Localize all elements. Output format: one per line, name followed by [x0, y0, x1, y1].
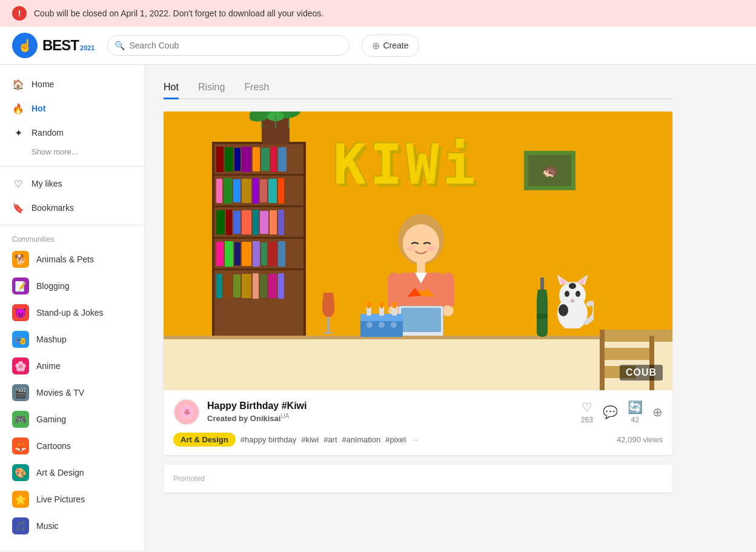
creator-badge: UA — [280, 413, 289, 419]
create-label: Create — [383, 41, 409, 50]
book — [216, 179, 222, 203]
video-tags: Art & Design #happy birthday #kiwi #art … — [173, 433, 663, 447]
book — [268, 242, 277, 266]
video-thumbnail[interactable]: 🦔 KIWi — [164, 111, 672, 390]
sidebar-divider-1 — [0, 166, 145, 167]
random-icon: ✦ — [12, 127, 24, 139]
author-avatar[interactable]: 🌸 — [173, 399, 200, 425]
creator-name[interactable]: Onikisai — [250, 414, 281, 424]
tab-hot[interactable]: Hot — [164, 77, 179, 99]
book — [260, 179, 267, 202]
create-button[interactable]: ⊕ Create — [362, 35, 419, 57]
tag-kiwi[interactable]: #kiwi — [301, 435, 319, 444]
table — [164, 336, 672, 390]
show-more[interactable]: Show more... — [0, 145, 145, 161]
like-button[interactable]: ♡ 263 — [581, 400, 593, 424]
alert-icon: ! — [12, 6, 27, 21]
recoub-button[interactable]: 🔄 42 — [628, 400, 643, 424]
comment-button[interactable]: 💬 — [603, 405, 618, 419]
bookshelf — [212, 142, 306, 366]
artdesign-avatar: 🎨 — [12, 464, 29, 481]
birthday-cake — [357, 302, 406, 341]
svg-rect-11 — [417, 262, 425, 274]
svg-rect-53 — [600, 330, 605, 390]
sidebar-item-anime[interactable]: 🌸 Anime — [0, 353, 145, 379]
sidebar-item-likes[interactable]: ♡ My likes — [0, 171, 145, 196]
book — [253, 241, 260, 267]
svg-point-33 — [559, 304, 568, 316]
logo-icon: ☝ — [12, 33, 38, 58]
svg-rect-35 — [540, 278, 544, 290]
sidebar-item-animals[interactable]: 🐕 Animals & Pets — [0, 246, 145, 273]
create-plus-icon: ⊕ — [372, 40, 380, 52]
svg-point-34 — [569, 283, 576, 289]
sidebar-item-cartoons[interactable]: 🦊 Cartoons — [0, 433, 145, 459]
wine-glass — [321, 290, 336, 341]
picture-frame: 🦔 — [524, 151, 575, 190]
svg-rect-37 — [327, 317, 330, 332]
book — [216, 242, 224, 266]
sidebar-item-standup[interactable]: 😈 Stand-up & Jokes — [0, 299, 145, 326]
main-content: Hot Rising Fresh — [145, 65, 691, 550]
sidebar-item-livepic[interactable]: ⭐ Live Pictures — [0, 486, 145, 513]
video-creator-line: Created by OnikisaiUA — [207, 413, 307, 423]
shelf-row-4 — [214, 239, 303, 270]
book — [233, 211, 240, 234]
sidebar-item-home[interactable]: 🏠 Home — [0, 72, 145, 96]
category-tag[interactable]: Art & Design — [173, 433, 236, 447]
book — [234, 148, 240, 171]
sidebar-item-music[interactable]: 🎵 Music — [0, 513, 145, 539]
gaming-avatar: 🎮 — [12, 411, 29, 428]
book — [260, 211, 268, 234]
search-input[interactable] — [107, 35, 350, 56]
anime-avatar: 🌸 — [12, 357, 29, 374]
book — [224, 178, 232, 204]
book — [270, 210, 277, 234]
recoub-icon: 🔄 — [628, 400, 643, 414]
sidebar-item-bookmarks[interactable]: 🔖 Bookmarks — [0, 196, 145, 220]
sidebar-item-movies[interactable]: 🎬 Movies & TV — [0, 379, 145, 406]
sidebar-item-blogging[interactable]: 📝 Blogging — [0, 273, 145, 299]
book — [224, 273, 232, 299]
shelf-row-2 — [214, 176, 303, 207]
add-button[interactable]: ⊕ — [652, 405, 663, 419]
wine-bottle — [533, 278, 551, 341]
standup-label: Stand-up & Jokes — [36, 308, 104, 318]
tags-more[interactable]: → — [411, 435, 419, 444]
like-count: 263 — [581, 416, 593, 424]
sidebar-item-hot[interactable]: 🔥 Hot — [0, 96, 145, 121]
tag-happybirthday[interactable]: #happy birthday — [240, 435, 297, 444]
book — [242, 274, 251, 298]
animals-label: Animals & Pets — [36, 254, 94, 264]
sidebar-item-artdesign[interactable]: 🎨 Art & Design — [0, 459, 145, 486]
search-bar: 🔍 — [107, 35, 350, 56]
video-meta: 🌸 Happy Birthday #Kiwi Created by Onikis… — [173, 399, 663, 425]
plant-pot — [262, 118, 290, 144]
book — [253, 273, 259, 299]
sidebar-item-random[interactable]: ✦ Random — [0, 121, 145, 145]
video-actions: ♡ 263 💬 🔄 42 ⊕ — [581, 400, 663, 424]
tag-pixel[interactable]: #pixel — [385, 435, 406, 444]
video-author: 🌸 Happy Birthday #Kiwi Created by Onikis… — [173, 399, 307, 425]
tab-rising[interactable]: Rising — [198, 77, 225, 99]
book — [253, 147, 260, 171]
shelf-row-5 — [214, 270, 303, 302]
book — [253, 178, 259, 204]
promoted-card: Promoted — [164, 465, 672, 493]
svg-rect-54 — [649, 336, 654, 390]
animals-avatar: 🐕 — [12, 251, 29, 268]
book — [233, 274, 240, 298]
tag-animation[interactable]: #animation — [342, 435, 381, 444]
tag-art[interactable]: #art — [323, 435, 337, 444]
blogging-label: Blogging — [36, 281, 70, 291]
logo[interactable]: ☝ BEST2021 — [12, 33, 95, 58]
tab-fresh[interactable]: Fresh — [244, 77, 269, 99]
video-card: 🦔 KIWi — [164, 111, 672, 455]
promoted-label: Promoted — [173, 474, 663, 483]
hot-icon: 🔥 — [12, 102, 24, 115]
sidebar-item-gaming[interactable]: 🎮 Gaming — [0, 406, 145, 433]
book — [278, 241, 285, 267]
book — [278, 210, 284, 235]
sidebar-item-mashup[interactable]: 🎭 Mashup — [0, 326, 145, 353]
standup-avatar: 😈 — [12, 304, 29, 321]
